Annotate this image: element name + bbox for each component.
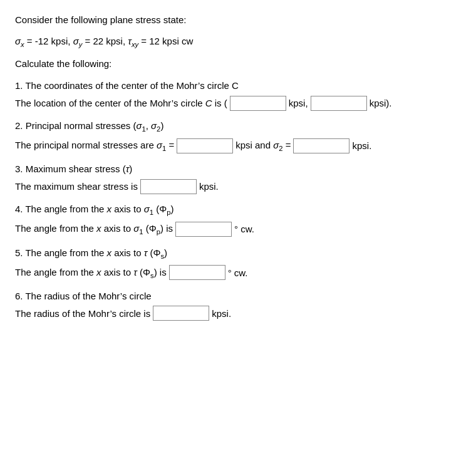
q1-heading: 1. The coordinates of the center of the … <box>15 80 461 91</box>
q5-prefix: The angle from the x axis to τ (Φs) is <box>15 264 167 282</box>
intro-line1: Consider the following plane stress stat… <box>15 13 461 28</box>
q3-input[interactable] <box>140 179 197 194</box>
stress-state-line: σx = -12 kpsi, σy = 22 kpsi, τxy = 12 kp… <box>15 34 461 50</box>
calculate-text: Calculate the following: <box>15 58 111 69</box>
q6-input[interactable] <box>153 306 209 321</box>
q6-prefix: The radius of the Mohr’s circle is <box>15 305 150 322</box>
q5-input[interactable] <box>169 265 225 280</box>
q1-answer-line: The location of the center of the Mohr’s… <box>15 95 461 111</box>
q6-suffix: kpsi. <box>212 305 231 322</box>
q1-input1[interactable] <box>230 96 286 111</box>
q4-answer-line: The angle from the x axis to σ1 (Φp) is … <box>15 220 461 238</box>
q2-input1[interactable] <box>177 138 233 153</box>
stress-state-text: σx = -12 kpsi, σy = 22 kpsi, τxy = 12 kp… <box>15 36 193 46</box>
q1-prefix: The location of the center of the Mohr’s… <box>15 95 227 111</box>
q2-input2[interactable] <box>293 138 349 153</box>
q4-prefix: The angle from the x axis to σ1 (Φp) is <box>15 220 173 238</box>
q2-heading: 2. Principal normal stresses (σ1, σ2) <box>15 120 461 133</box>
q1-input2[interactable] <box>311 96 367 111</box>
q3-heading: 3. Maximum shear stress (τ) <box>15 163 461 174</box>
q5-answer-line: The angle from the x axis to τ (Φs) is °… <box>15 264 461 282</box>
q2-suffix: kpsi. <box>352 137 371 154</box>
q4-suffix: ° cw. <box>234 220 254 237</box>
q3-answer-line: The maximum shear stress is kpsi. <box>15 178 461 195</box>
q4-heading: 4. The angle from the x axis to σ1 (Φp) <box>15 204 461 216</box>
q6-heading: 6. The radius of the Mohr’s circle <box>15 291 461 301</box>
q2-mid: kpsi and σ2 = <box>235 137 291 155</box>
q1-mid: kpsi, <box>289 95 308 111</box>
q5-suffix: ° cw. <box>228 264 248 281</box>
calculate-line: Calculate the following: <box>15 56 461 71</box>
q6-answer-line: The radius of the Mohr’s circle is kpsi. <box>15 305 461 322</box>
q2-answer-line: The principal normal stresses are σ1 = k… <box>15 137 461 155</box>
q5-heading: 5. The angle from the x axis to τ (Φs) <box>15 247 461 260</box>
q3-prefix: The maximum shear stress is <box>15 178 138 195</box>
intro-text1: Consider the following plane stress stat… <box>15 14 186 25</box>
q3-suffix: kpsi. <box>199 178 219 195</box>
q4-input[interactable] <box>175 222 232 237</box>
q1-suffix: kpsi). <box>370 95 392 111</box>
q2-prefix: The principal normal stresses are σ1 = <box>15 137 174 155</box>
